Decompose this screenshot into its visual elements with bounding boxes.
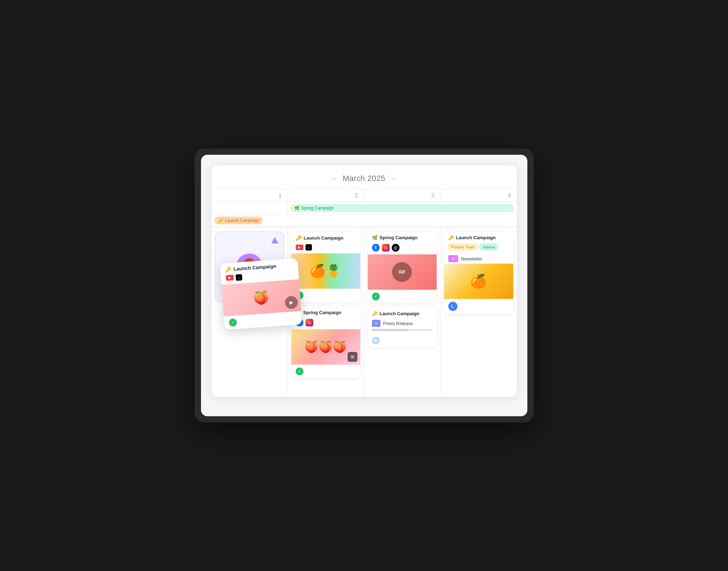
prev-month-button[interactable]: ← xyxy=(332,175,338,182)
card-header-newsletter: 🔑 Launch Campaign xyxy=(444,231,513,242)
card-social-icons: ▶ ♪ xyxy=(291,243,360,253)
tag-joshua: Joshua xyxy=(480,244,498,250)
spring-campaign-bar[interactable]: 🌿 Spring Campaign xyxy=(291,204,514,212)
card-campaign-label: Launch Campaign xyxy=(304,235,344,241)
card-image-newsletter: 🍊 xyxy=(444,264,513,299)
card-footer-newsletter: L xyxy=(444,299,513,314)
day-3: 3 xyxy=(364,189,440,202)
check-icon-3: ✓ xyxy=(372,293,380,300)
key-icon-press: 🔑 xyxy=(372,311,378,316)
youtube-icon: ▶ xyxy=(296,245,303,250)
spring-bar-label: Spring Campaign xyxy=(301,206,334,211)
card-spring-threads[interactable]: 🌿 Spring Campaign f ◎ @ GIF ✓ xyxy=(368,231,437,303)
card-footer: ✓ xyxy=(291,289,360,302)
card-header-spring: 🌿 Spring Campaign xyxy=(291,306,360,317)
card-image-gif: GIF xyxy=(368,254,437,290)
floating-card-campaign: Launch Campaign xyxy=(233,263,276,272)
press-release-row: ⊟ Press Release xyxy=(368,318,437,328)
gif-badge: GIF xyxy=(392,262,412,282)
day-numbers-row: 1 2 3 4 xyxy=(212,189,517,202)
card-social-icons-3: f ◎ @ xyxy=(368,242,437,254)
launch-bar-label: Launch Campaign xyxy=(225,218,259,223)
tag-product-team: Product Team xyxy=(448,244,478,250)
tiktok-icon: ♪ xyxy=(306,244,312,251)
device-frame: ← March 2025 → 1 2 3 4 🌿 Spring Campaign xyxy=(195,148,534,423)
instagram-icon-2: ◎ xyxy=(382,244,390,252)
floating-card-image: 🍑 ▶ xyxy=(221,279,301,316)
newsletter-row: ✉ Newsletter xyxy=(444,253,513,264)
spring-bar-row: 🌿 Spring Campaign xyxy=(212,202,517,214)
press-release-icon: ⊟ xyxy=(372,320,380,327)
threads-icon: @ xyxy=(392,244,399,252)
edit-badge: ⊞ xyxy=(348,352,357,362)
progress-bar-bg xyxy=(372,329,432,331)
card-footer-2: ✓ xyxy=(291,365,360,378)
progress-bar-fill xyxy=(372,329,408,331)
floating-card[interactable]: 🔑 Launch Campaign ▶ ♪ 🍑 ▶ ✓ xyxy=(220,258,302,330)
card-footer-press: 🕐 xyxy=(368,334,437,347)
day-2: 2 xyxy=(288,189,364,202)
month-header: ← March 2025 → xyxy=(212,165,517,189)
next-month-button[interactable]: → xyxy=(390,175,396,182)
key-icon: 🔑 xyxy=(296,235,302,241)
leaf-icon-card-2: 🌿 xyxy=(372,235,378,240)
floating-tiktok-icon: ♪ xyxy=(235,274,242,281)
email-icon: ✉ xyxy=(448,255,458,262)
launch-bar-row: 🔑 Launch Campaign xyxy=(212,214,517,227)
progress-bar-wrap xyxy=(368,328,437,334)
triangle-badge xyxy=(271,237,278,243)
l-avatar: L xyxy=(448,302,457,311)
launch-bar-cell: 🔑 Launch Campaign xyxy=(214,217,514,224)
clock-icon: 🕐 xyxy=(372,337,380,345)
calendar-col-4: 🔑 Launch Campaign Product Team Joshua ✉ … xyxy=(440,227,517,397)
bar-row-spacer xyxy=(212,202,288,214)
day-1: 1 xyxy=(212,189,288,202)
floating-check-icon: ✓ xyxy=(229,318,237,326)
card-spring-threads-label: Spring Campaign xyxy=(380,235,418,240)
month-title: March 2025 xyxy=(343,174,385,183)
instagram-icon: ◎ xyxy=(306,319,313,326)
card-footer-3: ✓ xyxy=(368,290,437,303)
leaf-icon: 🌿 xyxy=(294,206,300,211)
check-icon-2: ✓ xyxy=(296,367,303,375)
spring-bar-cell: 🌿 Spring Campaign xyxy=(288,202,517,214)
card-header: 🔑 Launch Campaign xyxy=(291,231,360,243)
card-header-press: 🔑 Launch Campaign xyxy=(368,307,437,318)
key-icon-floating: 🔑 xyxy=(225,266,231,272)
key-icon-newsletter: 🔑 xyxy=(448,235,454,240)
card-newsletter-campaign: Launch Campaign xyxy=(456,235,496,240)
floating-youtube-icon: ▶ xyxy=(226,275,234,281)
facebook-icon-2: f xyxy=(372,244,380,252)
card-header-spring-2: 🌿 Spring Campaign xyxy=(368,231,437,242)
calendar-col-3: 🌿 Spring Campaign f ◎ @ GIF ✓ xyxy=(364,227,440,397)
newsletter-label: Newsletter xyxy=(461,256,483,261)
card-press-label: Launch Campaign xyxy=(380,311,420,316)
press-release-text: Press Release xyxy=(383,321,413,326)
card-launch-video[interactable]: 🔑 Launch Campaign ▶ ♪ ✓ xyxy=(291,231,360,302)
screen: ← March 2025 → 1 2 3 4 🌿 Spring Campaign xyxy=(201,155,527,416)
key-icon-bar: 🔑 xyxy=(218,218,223,223)
day-4: 4 xyxy=(440,189,517,202)
card-spring-label: Spring Campaign xyxy=(303,310,342,315)
card-tags-row: Product Team Joshua xyxy=(444,242,513,253)
card-image-figs: 🍑🍑🍑 ⊞ xyxy=(291,329,360,365)
launch-campaign-bar[interactable]: 🔑 Launch Campaign xyxy=(214,217,263,224)
card-newsletter[interactable]: 🔑 Launch Campaign Product Team Joshua ✉ … xyxy=(444,231,513,314)
video-badge: ▶ xyxy=(284,296,298,309)
card-image-orange-pineapple xyxy=(291,253,360,289)
card-press-release[interactable]: 🔑 Launch Campaign ⊟ Press Release xyxy=(368,307,437,347)
